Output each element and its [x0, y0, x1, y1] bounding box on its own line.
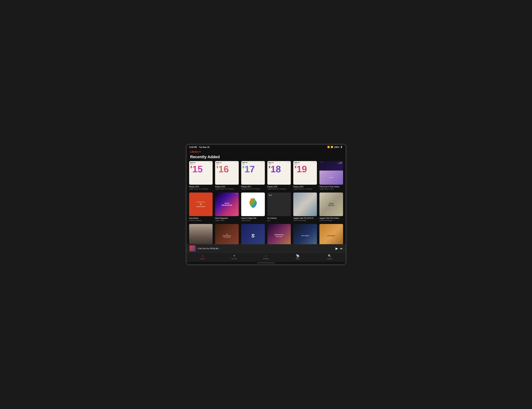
album-title: Replay 2016 [215, 186, 239, 188]
tab-browse-label: Browse [263, 258, 269, 260]
album-cover-milijun: COLONIA [319, 224, 343, 244]
album-artist: Apple Music for Christian [189, 188, 213, 190]
list-item[interactable]: COLONIA Milijun Milja Od Nigdje Colonia [319, 224, 343, 244]
library-header: Library ▾ [187, 149, 346, 154]
tab-radio[interactable]: 📡 Radio [282, 254, 314, 260]
album-artist: god [267, 219, 291, 221]
list-item[interactable]: APSURDISTAN ⚙ DUBIOZA KOLEKTIV Apsurdist… [189, 192, 213, 221]
album-cover-alanis2: AlanisMorissette [319, 192, 343, 216]
for-you-icon: ♥ [233, 254, 235, 257]
wifi-icon: 🛜 [331, 146, 333, 148]
list-item[interactable]: god An Ordinary god [267, 192, 291, 221]
list-item[interactable]: THEINDISPENSABLECOLLECTION The Indispens… [215, 224, 239, 244]
album-artist: Apple Music K-Pop [319, 188, 343, 190]
now-playing-bar[interactable]: I Can't Get You Off My Min… ▶ ⏭ [187, 244, 346, 253]
album-artist: Apple Music for Christian [241, 188, 265, 190]
album-title: The A-List: K-Pop Videos [319, 186, 343, 188]
tab-search-label: Search [327, 258, 332, 260]
album-cover-george: OLDER [189, 224, 213, 244]
now-playing-thumbnail [190, 245, 196, 252]
tab-library-label: Library [200, 258, 205, 260]
album-title: An Ordinary [267, 217, 291, 219]
now-playing-title: I Can't Get You Off My Min… [197, 248, 233, 250]
battery-icon: 🔋 [340, 146, 343, 148]
tab-search[interactable]: 🔍 Search [314, 254, 346, 260]
album-artist: Alanis Morissette [319, 219, 343, 221]
list-item[interactable]: REPLAY 2015 ♫ MUSIC '15 Replay 2015 Appl… [189, 161, 213, 190]
main-content: Library ▾ Recently Added REPLAY 2015 [187, 149, 346, 244]
album-artist: Apple Music for Christian [293, 188, 317, 190]
home-indicator [187, 262, 346, 264]
album-cover-replay2016: REPLAY 2016 ♫ MUSIC '16 [215, 161, 239, 185]
list-item[interactable]: DALEREGGAETÓN ♫ MUSIC Dale Reggaetón App… [215, 192, 239, 221]
album-cover-replay2018: REPLAY 2018 ♫ MUSIC '18 [267, 161, 291, 185]
album-cover-replay2019: REPLAY 2019 ♫ MUSIC '19 [293, 161, 317, 185]
album-cover-jaca: COLONIA [293, 224, 317, 244]
list-item[interactable]: S My Shazam Tracks Shazam [241, 224, 265, 244]
list-item[interactable]: REPLAY 2017 ♫ MUSIC '17 Replay 2017 Appl… [241, 161, 265, 190]
browse-icon: ♪ [265, 254, 267, 257]
status-icons: 📶 🛜 100% 🔋 [327, 146, 342, 148]
album-title: Jagged Little Pill (Collect… [319, 217, 343, 219]
now-playing-info: I Can't Get You Off My Min… [197, 248, 335, 250]
list-item[interactable]: ♫ MUSIC Heard in Apple Ads Apple Music [241, 192, 265, 221]
list-item[interactable]: REPLAY 2018 ♫ MUSIC '18 Replay 2018 Appl… [267, 161, 291, 190]
skip-forward-button[interactable]: ⏭ [340, 247, 343, 250]
album-cover-christian: THEINDISPENSABLECOLLECTION [215, 224, 239, 244]
album-artist: Alanis Morissette [293, 219, 317, 221]
album-grid: REPLAY 2015 ♫ MUSIC '15 Replay 2015 Appl… [189, 161, 343, 244]
album-cover-shazam: S [241, 224, 265, 244]
album-cover-kpop: VIDEOPLAYLIST K-POP ♫ MUSIC [319, 161, 343, 185]
album-title: Heard in Apple Ads [241, 217, 265, 219]
status-date: Tue Nov 19 [199, 146, 209, 148]
album-title: Dale Reggaetón [215, 217, 239, 219]
album-cover-replay2015: REPLAY 2015 ♫ MUSIC '15 [189, 161, 213, 185]
status-bar: 8:32 PM Tue Nov 19 📶 🛜 100% 🔋 [187, 145, 346, 149]
now-playing-controls: ▶ ⏭ [335, 246, 343, 250]
album-cover-replay2017: REPLAY 2017 ♫ MUSIC '17 [241, 161, 265, 185]
album-title: Replay 2018 [267, 186, 291, 188]
album-title: Replay 2015 [189, 186, 213, 188]
album-artist: Apple Music for Christian [267, 188, 291, 190]
album-cover-alanis1: AlanisMorissette [293, 192, 317, 216]
tab-library[interactable]: ♫ Library [187, 254, 218, 260]
status-time-date: 8:32 PM Tue Nov 19 [190, 146, 209, 148]
library-icon: ♫ [201, 254, 203, 257]
album-cover-apsurdistan: APSURDISTAN ⚙ DUBIOZA KOLEKTIV [189, 192, 213, 216]
play-button[interactable]: ▶ [335, 246, 338, 250]
album-title: Jagged Little Pill (2015 R… [293, 217, 317, 219]
tab-radio-label: Radio [296, 258, 300, 260]
list-item[interactable]: COLONIA Jača Nego Ikad Colonia [293, 224, 317, 244]
list-item[interactable]: OLDER Older George Michael [189, 224, 213, 244]
status-time: 8:32 PM [190, 146, 197, 148]
tab-browse[interactable]: ♪ Browse [250, 254, 282, 260]
section-title: Recently Added [187, 154, 346, 161]
list-item[interactable]: RETROACTIVEEARLY YEARS Retroactive Early… [267, 224, 291, 244]
radio-icon: 📡 [296, 254, 300, 258]
signal-icon: 📶 [327, 146, 330, 148]
album-artist: Dubioza kolektiv [189, 219, 213, 221]
list-item[interactable]: AlanisMorissette Jagged Little Pill (Col… [319, 192, 343, 221]
tab-for-you-label: For You [231, 258, 237, 260]
list-item[interactable]: REPLAY 2019 ♫ MUSIC '19 Replay 2019 Appl… [293, 161, 317, 190]
album-cover-retroactive: RETROACTIVEEARLY YEARS [267, 224, 291, 244]
search-icon: 🔍 [328, 254, 332, 258]
library-dropdown-button[interactable]: Library ▾ [190, 150, 200, 153]
now-playing-left: I Can't Get You Off My Min… [190, 245, 335, 252]
chevron-down-icon: ▾ [199, 150, 200, 153]
album-title: Apsurdistan [189, 217, 213, 219]
album-artist: Apple Music for Christian [215, 188, 239, 190]
list-item[interactable]: REPLAY 2016 ♫ MUSIC '16 Replay 2016 Appl… [215, 161, 239, 190]
list-item[interactable]: VIDEOPLAYLIST K-POP ♫ MUSIC The A-List: … [319, 161, 343, 190]
list-item[interactable]: AlanisMorissette Jagged Little Pill (201… [293, 192, 317, 221]
album-title: Replay 2019 [293, 186, 317, 188]
tab-bar: ♫ Library ♥ For You ♪ Browse 📡 Radio 🔍 S… [187, 253, 346, 262]
album-artist: Apple Music [241, 219, 265, 221]
apple-logo-icon [247, 198, 259, 211]
tab-for-you[interactable]: ♥ For You [218, 254, 250, 260]
home-bar [257, 263, 275, 263]
battery-label: 100% [334, 146, 339, 148]
ipad-frame: 8:32 PM Tue Nov 19 📶 🛜 100% 🔋 Library ▾ … [186, 144, 347, 265]
album-cover-appleads: ♫ MUSIC [241, 192, 265, 216]
album-grid-container[interactable]: REPLAY 2015 ♫ MUSIC '15 Replay 2015 Appl… [187, 161, 346, 244]
